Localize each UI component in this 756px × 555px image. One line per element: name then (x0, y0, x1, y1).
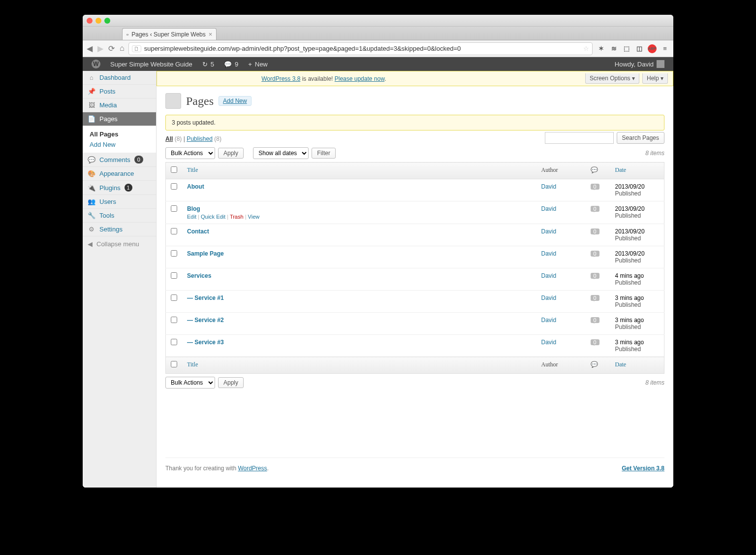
comment-count[interactable]: 0 (591, 339, 599, 345)
address-bar[interactable]: 🗋 supersimplewebsiteguide.com/wp-admin/e… (128, 42, 593, 55)
page-title-link[interactable]: — Service #2 (187, 317, 224, 324)
page-title-link[interactable]: Sample Page (187, 250, 224, 257)
filter-button[interactable]: Filter (312, 148, 336, 159)
bulk-actions-select-bottom[interactable]: Bulk Actions (165, 377, 215, 389)
close-window-icon[interactable] (87, 18, 93, 24)
comment-count[interactable]: 0 (591, 206, 599, 212)
row-checkbox[interactable] (171, 317, 177, 323)
sidebar-item-settings[interactable]: ⚙Settings (83, 223, 156, 236)
page-title-link[interactable]: Services (187, 272, 211, 279)
sidebar-item-users[interactable]: 👥Users (83, 195, 156, 209)
bookmark-star-icon[interactable]: ☆ (583, 45, 589, 52)
sidebar-item-media[interactable]: 🖼Media (83, 98, 156, 112)
author-link[interactable]: David (541, 294, 557, 301)
wordpress-link[interactable]: WordPress (238, 465, 267, 472)
row-checkbox[interactable] (171, 183, 177, 190)
comment-count[interactable]: 0 (591, 184, 599, 190)
wp-logo[interactable]: W (87, 57, 105, 71)
update-now-link[interactable]: Please update now (335, 75, 384, 82)
col-date-foot[interactable]: Date (610, 357, 664, 374)
submenu-add-new[interactable]: Add New (90, 139, 156, 150)
row-checkbox[interactable] (171, 205, 177, 212)
new-item[interactable]: +New (243, 57, 273, 71)
comments-item[interactable]: 💬9 (219, 57, 243, 71)
quick-edit-link[interactable]: Quick Edit (201, 214, 225, 220)
row-checkbox[interactable] (171, 339, 177, 345)
sidebar-item-comments[interactable]: 💬Comments0 (83, 153, 156, 167)
col-title-foot[interactable]: Title (182, 357, 536, 374)
col-comments-foot[interactable]: 💬 (586, 357, 610, 374)
col-author-foot[interactable]: Author (536, 357, 586, 374)
apply-button[interactable]: Apply (218, 148, 244, 159)
ext-icon[interactable]: ⬚ (622, 44, 631, 53)
comment-count[interactable]: 0 (591, 251, 599, 257)
col-date[interactable]: Date (610, 163, 664, 179)
row-checkbox[interactable] (171, 294, 177, 301)
updates-item[interactable]: ↻5 (197, 57, 219, 71)
sidebar-item-plugins[interactable]: 🔌Plugins1 (83, 181, 156, 195)
col-author[interactable]: Author (536, 163, 586, 179)
col-title[interactable]: Title (182, 163, 536, 179)
home-icon[interactable]: ⌂ (120, 44, 125, 53)
submenu-all-pages[interactable]: All Pages (90, 129, 156, 139)
zoom-window-icon[interactable] (104, 18, 110, 24)
author-link[interactable]: David (541, 250, 557, 257)
sidebar-item-tools[interactable]: 🔧Tools (83, 209, 156, 223)
sidebar-item-appearance[interactable]: 🎨Appearance (83, 167, 156, 181)
dates-select[interactable]: Show all dates (253, 147, 309, 159)
sidebar-item-dashboard[interactable]: ⌂Dashboard (83, 71, 156, 85)
howdy[interactable]: Howdy, David (610, 57, 669, 71)
search-input[interactable] (545, 132, 614, 144)
author-link[interactable]: David (541, 183, 557, 190)
site-name[interactable]: Super Simple Website Guide (105, 57, 197, 71)
get-version-link[interactable]: Get Version 3.8 (622, 465, 664, 472)
menu-icon[interactable]: ≡ (661, 44, 669, 53)
sidebar-item-posts[interactable]: 📌Posts (83, 85, 156, 98)
filter-all[interactable]: All (165, 135, 173, 142)
sidebar-item-pages[interactable]: 📄Pages (83, 112, 156, 126)
apply-button-bottom[interactable]: Apply (218, 377, 244, 388)
row-checkbox[interactable] (171, 228, 177, 234)
ext-icon-2[interactable]: ◫ (635, 44, 644, 53)
add-new-button[interactable]: Add New (219, 96, 252, 106)
author-link[interactable]: David (541, 205, 557, 212)
author-link[interactable]: David (541, 228, 557, 235)
comment-count[interactable]: 0 (591, 295, 599, 301)
browser-tab[interactable]: ▫ Pages ‹ Super Simple Webs × (122, 28, 217, 40)
page-title-link[interactable]: Blog (187, 205, 200, 212)
page-title-link[interactable]: Contact (187, 228, 209, 235)
col-comments[interactable]: 💬 (586, 163, 610, 179)
minimize-window-icon[interactable] (95, 18, 101, 24)
author-link[interactable]: David (541, 317, 557, 324)
edit-link[interactable]: Edit (187, 214, 196, 220)
page-title-link[interactable]: — Service #3 (187, 339, 224, 346)
wp-version-link[interactable]: WordPress 3.8 (261, 75, 300, 82)
comment-count[interactable]: 0 (591, 317, 599, 323)
search-button[interactable]: Search Pages (617, 132, 664, 144)
back-icon[interactable]: ◀ (87, 44, 93, 53)
filter-published[interactable]: Published (187, 135, 213, 142)
evernote-ext-icon[interactable]: ✶ (597, 44, 605, 53)
forward-icon[interactable]: ▶ (97, 44, 103, 53)
help-button[interactable]: Help ▾ (642, 73, 668, 84)
buffer-ext-icon[interactable]: ≋ (609, 44, 618, 53)
select-all-checkbox[interactable] (171, 166, 177, 173)
row-checkbox[interactable] (171, 250, 177, 257)
comment-count[interactable]: 0 (591, 273, 599, 279)
page-title-link[interactable]: About (187, 183, 204, 190)
select-all-checkbox-bottom[interactable] (171, 361, 177, 367)
bulk-actions-select[interactable]: Bulk Actions (165, 147, 215, 159)
trash-link[interactable]: Trash (230, 214, 244, 220)
adblock-ext-icon[interactable]: ABP (648, 44, 657, 53)
page-title-link[interactable]: — Service #1 (187, 294, 224, 301)
collapse-menu[interactable]: ◀Collapse menu (83, 236, 156, 252)
author-link[interactable]: David (541, 339, 557, 346)
comment-count[interactable]: 0 (591, 229, 599, 234)
row-status: Published (615, 346, 641, 353)
view-link[interactable]: View (248, 214, 260, 220)
author-link[interactable]: David (541, 272, 557, 279)
screen-options-button[interactable]: Screen Options ▾ (585, 73, 639, 84)
close-tab-icon[interactable]: × (209, 31, 213, 38)
reload-icon[interactable]: ⟳ (108, 44, 115, 53)
row-checkbox[interactable] (171, 272, 177, 279)
